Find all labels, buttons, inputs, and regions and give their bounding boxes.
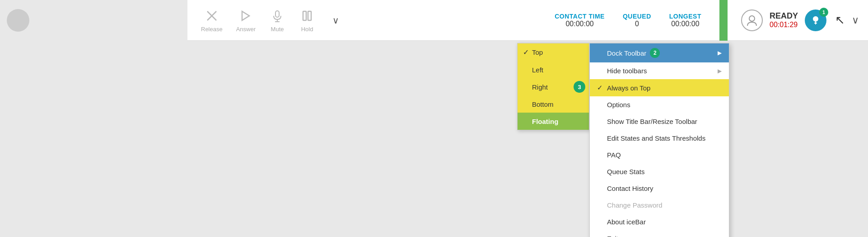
toolbar-dropdown-arrow[interactable]: ∨ bbox=[329, 14, 342, 27]
ctx-label-paq: PAQ bbox=[607, 151, 621, 159]
ctx-label-dock-toolbar: Dock Toolbar bbox=[607, 49, 646, 57]
contact-time-stat: CONTACT TIME 00:00:00 bbox=[555, 13, 605, 28]
dock-label-top: Top bbox=[532, 48, 543, 56]
ctx-label-change-password: Change Password bbox=[607, 201, 663, 209]
mute-button[interactable]: Mute bbox=[269, 8, 285, 33]
answer-button[interactable]: Answer bbox=[236, 8, 256, 33]
user-menu-button[interactable]: 1 bbox=[805, 9, 826, 31]
contact-time-value: 00:00:00 bbox=[565, 20, 593, 28]
dock-check-top: ✓ bbox=[523, 48, 532, 57]
stats-section: CONTACT TIME 00:00:00 QUEUED 0 LONGEST 0… bbox=[541, 13, 715, 28]
svg-rect-6 bbox=[303, 11, 306, 20]
longest-label: LONGEST bbox=[669, 13, 701, 20]
ctx-label-exit: Exit bbox=[607, 235, 618, 237]
ctx-arrow-dock: ▶ bbox=[718, 50, 722, 56]
dock-item-top[interactable]: ✓ Top bbox=[518, 43, 589, 61]
svg-marker-2 bbox=[242, 11, 249, 20]
avatar bbox=[7, 9, 29, 32]
dock-label-bottom: Bottom bbox=[532, 100, 554, 108]
answer-icon bbox=[238, 8, 254, 24]
longest-stat: LONGEST 00:00:00 bbox=[669, 13, 701, 28]
ctx-label-hide-toolbars: Hide toolbars bbox=[607, 67, 647, 75]
hold-label: Hold bbox=[301, 26, 313, 33]
queued-value: 0 bbox=[635, 20, 639, 28]
dock-item-left[interactable]: Left bbox=[518, 61, 589, 78]
svg-rect-3 bbox=[275, 11, 279, 17]
svg-rect-7 bbox=[308, 11, 311, 20]
dock-item-floating[interactable]: Floating bbox=[518, 113, 589, 130]
status-section: READY 00:01:29 1 ↖ ∨ bbox=[732, 9, 868, 31]
ctx-dock-badge: 2 bbox=[650, 48, 660, 58]
ctx-label-edit-states: Edit States and Stats Thresholds bbox=[607, 134, 705, 142]
status-ready-label: READY bbox=[770, 11, 798, 21]
ctx-item-show-title-bar[interactable]: Show Title Bar/Resize Toolbar bbox=[590, 113, 729, 130]
ctx-item-queue-stats[interactable]: Queue Stats bbox=[590, 163, 729, 180]
ctx-item-contact-history[interactable]: Contact History bbox=[590, 180, 729, 197]
dock-label-left: Left bbox=[532, 66, 543, 74]
ctx-label-show-title-bar: Show Title Bar/Resize Toolbar bbox=[607, 118, 697, 125]
contact-time-label: CONTACT TIME bbox=[555, 13, 605, 20]
release-label: Release bbox=[201, 26, 223, 33]
toolbar: Release Answer Mute bbox=[0, 0, 868, 41]
ctx-item-options[interactable]: Options bbox=[590, 96, 729, 113]
hold-icon bbox=[299, 8, 315, 24]
mute-label: Mute bbox=[271, 26, 284, 33]
release-button[interactable]: Release bbox=[201, 8, 223, 33]
main-dropdown-chevron[interactable]: ∨ bbox=[852, 14, 859, 26]
ctx-label-contact-history: Contact History bbox=[607, 185, 653, 192]
ctx-check-always-on-top: ✓ bbox=[597, 84, 607, 92]
dock-label-right: Right bbox=[532, 83, 548, 91]
ctx-item-edit-states[interactable]: Edit States and Stats Thresholds bbox=[590, 130, 729, 147]
toolbar-buttons: Release Answer Mute bbox=[187, 8, 541, 33]
ctx-label-always-on-top: Always on Top bbox=[607, 84, 650, 92]
toolbar-left-panel bbox=[0, 0, 187, 41]
ctx-label-queue-stats: Queue Stats bbox=[607, 168, 644, 175]
status-timer: 00:01:29 bbox=[770, 21, 798, 29]
ctx-item-about-icebar[interactable]: About iceBar bbox=[590, 213, 729, 230]
user-badge: 1 bbox=[819, 8, 828, 17]
dock-submenu: ✓ Top Left Right 3 Bottom Floating bbox=[517, 43, 589, 130]
ctx-item-dock-toolbar[interactable]: Dock Toolbar 2 ▶ bbox=[590, 43, 729, 62]
longest-value: 00:00:00 bbox=[671, 20, 699, 28]
release-icon bbox=[204, 8, 220, 24]
mute-icon bbox=[269, 8, 285, 24]
context-menu: Dock Toolbar 2 ▶ Hide toolbars ▶ ✓ Alway… bbox=[589, 43, 729, 237]
green-status-bar bbox=[719, 0, 728, 41]
hold-button[interactable]: Hold bbox=[299, 8, 315, 33]
ctx-item-change-password: Change Password bbox=[590, 197, 729, 213]
ctx-item-always-on-top[interactable]: ✓ Always on Top bbox=[590, 79, 729, 96]
queued-stat: QUEUED 0 bbox=[623, 13, 651, 28]
ctx-label-about-icebar: About iceBar bbox=[607, 218, 646, 226]
queued-label: QUEUED bbox=[623, 13, 651, 20]
main-content bbox=[0, 41, 868, 237]
ctx-label-options: Options bbox=[607, 101, 630, 109]
dock-label-floating: Floating bbox=[532, 118, 558, 125]
status-text-block: READY 00:01:29 bbox=[770, 11, 798, 29]
dock-right-badge: 3 bbox=[574, 81, 585, 93]
dock-item-right[interactable]: Right 3 bbox=[518, 78, 589, 95]
ctx-item-exit[interactable]: Exit bbox=[590, 230, 729, 237]
dock-item-bottom[interactable]: Bottom bbox=[518, 95, 589, 113]
ctx-arrow-hide: ▶ bbox=[718, 68, 722, 74]
cursor-indicator: ↖ bbox=[835, 13, 845, 27]
answer-label: Answer bbox=[236, 26, 256, 33]
user-avatar-icon bbox=[741, 9, 763, 31]
ctx-item-paq[interactable]: PAQ bbox=[590, 147, 729, 163]
svg-point-8 bbox=[749, 16, 755, 21]
ctx-item-hide-toolbars[interactable]: Hide toolbars ▶ bbox=[590, 62, 729, 79]
